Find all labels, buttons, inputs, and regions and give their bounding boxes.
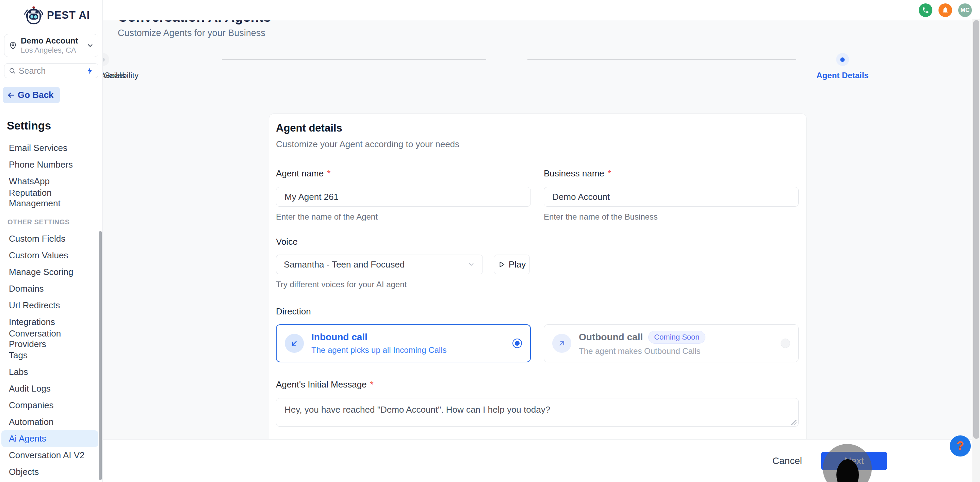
- play-icon: [498, 261, 505, 268]
- required-asterisk: *: [608, 168, 611, 178]
- map-pin-icon: [8, 41, 18, 50]
- sidebar-nav-other: Custom FieldsCustom ValuesManage Scoring…: [0, 230, 102, 482]
- sidebar-item[interactable]: Conversation Providers: [2, 330, 98, 347]
- agent-name-field-group: Agent name* Enter the name of the Agent: [276, 168, 531, 222]
- sidebar-item[interactable]: Manage Scoring: [2, 264, 98, 281]
- lightning-bolt-icon[interactable]: [86, 67, 94, 75]
- agent-name-helper: Enter the name of the Agent: [276, 212, 531, 222]
- bell-icon: [942, 6, 949, 14]
- app-window: PEST AI Demo Account Los Angeles, CA: [0, 0, 980, 482]
- outbound-title: Outbound call: [579, 332, 643, 342]
- account-selector[interactable]: Demo Account Los Angeles, CA: [4, 34, 98, 57]
- search-bar: [4, 63, 98, 78]
- inbound-call-option[interactable]: Inbound call The agent picks up all Inco…: [276, 324, 531, 362]
- phone-icon: [922, 6, 929, 14]
- voice-helper: Try different voices for your AI agent: [276, 280, 799, 289]
- stepper-connector: [527, 59, 796, 60]
- main-content: Conversation AI Agents Customize Agents …: [103, 0, 980, 482]
- business-name-input[interactable]: [544, 187, 799, 207]
- outbound-radio-disabled: [781, 339, 790, 348]
- sidebar-item[interactable]: Labs: [2, 364, 98, 381]
- search-input[interactable]: [19, 66, 83, 76]
- account-location: Los Angeles, CA: [21, 46, 83, 55]
- app-logo[interactable]: PEST AI: [0, 0, 102, 25]
- top-header-bar: MC: [103, 0, 980, 21]
- sidebar-scrollbar-thumb[interactable]: [99, 231, 102, 480]
- step-dot-icon: [840, 57, 845, 62]
- sidebar-item[interactable]: Audit Logs: [2, 381, 98, 397]
- initial-message-label: Agent's Initial Message*: [276, 379, 799, 390]
- business-name-helper: Enter the name of the Business: [544, 212, 799, 222]
- card-title: Agent details: [276, 122, 799, 134]
- sidebar-heading: Settings: [7, 119, 102, 132]
- sidebar: PEST AI Demo Account Los Angeles, CA: [0, 0, 103, 482]
- stepper-connector: [222, 59, 486, 60]
- stepper-step[interactable]: Phone & Availability: [103, 50, 138, 80]
- sidebar-item[interactable]: Brand Boards: [2, 480, 98, 482]
- window-scrollbar-track[interactable]: [972, 19, 980, 482]
- step-dot-halo: [103, 53, 109, 66]
- outbound-arrow-icon: [552, 334, 571, 353]
- chevron-down-icon: [86, 42, 94, 49]
- sidebar-item[interactable]: Objects: [2, 464, 98, 480]
- sidebar-item[interactable]: Custom Fields: [2, 230, 98, 247]
- business-name-field-group: Business name* Enter the name of the Bus…: [544, 168, 799, 222]
- card-subtitle: Customize your Agent according to your n…: [276, 139, 799, 149]
- sidebar-item[interactable]: Phone Numbers: [2, 156, 98, 173]
- inbound-arrow-icon: [285, 334, 304, 353]
- page-subtitle: Customize Agents for your Business: [118, 28, 266, 38]
- top-right-icons: MC: [919, 3, 972, 17]
- voice-label: Voice: [276, 236, 799, 247]
- sidebar-item[interactable]: Custom Values: [2, 247, 98, 264]
- search-icon: [8, 67, 16, 75]
- sidebar-item[interactable]: Ai Agents: [2, 430, 98, 447]
- wizard-footer: Cancel Next: [103, 439, 980, 482]
- business-name-label: Business name*: [544, 168, 799, 179]
- textarea-resize-handle[interactable]: [791, 420, 797, 425]
- outbound-description: The agent makes Outbound Calls: [579, 346, 773, 356]
- avatar-initials: MC: [961, 7, 969, 14]
- coming-soon-badge: Coming Soon: [648, 331, 705, 344]
- initial-message-textarea[interactable]: Hey, you have reached "Demo Account". Ho…: [276, 398, 799, 427]
- next-button[interactable]: Next: [821, 452, 887, 470]
- direction-field-group: Direction Inbound call The agent picks u…: [276, 306, 799, 362]
- play-voice-button[interactable]: Play: [494, 255, 530, 274]
- sidebar-item[interactable]: Email Services: [2, 140, 98, 156]
- voice-select[interactable]: Samantha - Teen and Focused: [276, 255, 483, 274]
- outbound-call-option[interactable]: Outbound call Coming Soon The agent make…: [544, 324, 799, 362]
- sidebar-item[interactable]: Reputation Management: [2, 190, 98, 206]
- sidebar-section-other-settings: OTHER SETTINGS: [0, 214, 102, 230]
- window-scrollbar-thumb[interactable]: [973, 20, 979, 439]
- arrow-left-icon: [7, 91, 15, 99]
- agent-name-label: Agent name*: [276, 168, 531, 179]
- go-back-label: Go Back: [18, 90, 54, 100]
- direction-label: Direction: [276, 306, 799, 317]
- sidebar-item[interactable]: Automation: [2, 414, 98, 430]
- agent-name-input[interactable]: [276, 187, 531, 207]
- sidebar-item[interactable]: Companies: [2, 397, 98, 414]
- sidebar-nav-top: Email ServicesPhone NumbersWhatsAppReput…: [0, 140, 102, 206]
- sidebar-item[interactable]: Tags: [2, 347, 98, 364]
- voice-select-value: Samantha - Teen and Focused: [284, 259, 404, 270]
- cancel-button[interactable]: Cancel: [772, 455, 802, 466]
- agent-details-card: Agent details Customize your Agent accor…: [269, 114, 807, 452]
- question-mark-icon: ?: [956, 439, 964, 453]
- logo-wordmark: PEST AI: [47, 9, 90, 21]
- chevron-down-icon: [468, 261, 475, 268]
- robot-logo-icon: [24, 5, 43, 25]
- phone-button[interactable]: [919, 3, 932, 17]
- sidebar-item[interactable]: Url Redirects: [2, 297, 98, 314]
- stepper-step[interactable]: Agent Details: [816, 50, 869, 80]
- user-avatar[interactable]: MC: [958, 3, 972, 17]
- go-back-button[interactable]: Go Back: [3, 87, 60, 103]
- voice-field-group: Voice Samantha - Teen and Focused: [276, 236, 799, 289]
- notifications-button[interactable]: [939, 3, 952, 17]
- section-label: OTHER SETTINGS: [8, 218, 70, 226]
- inbound-description: The agent picks up all Incoming Calls: [311, 346, 505, 355]
- account-name: Demo Account: [21, 36, 83, 46]
- sidebar-item[interactable]: Domains: [2, 281, 98, 297]
- inbound-radio-selected[interactable]: [512, 339, 522, 348]
- help-button[interactable]: ?: [950, 435, 971, 457]
- section-divider: [75, 222, 96, 222]
- sidebar-item[interactable]: Conversation AI V2: [2, 447, 98, 464]
